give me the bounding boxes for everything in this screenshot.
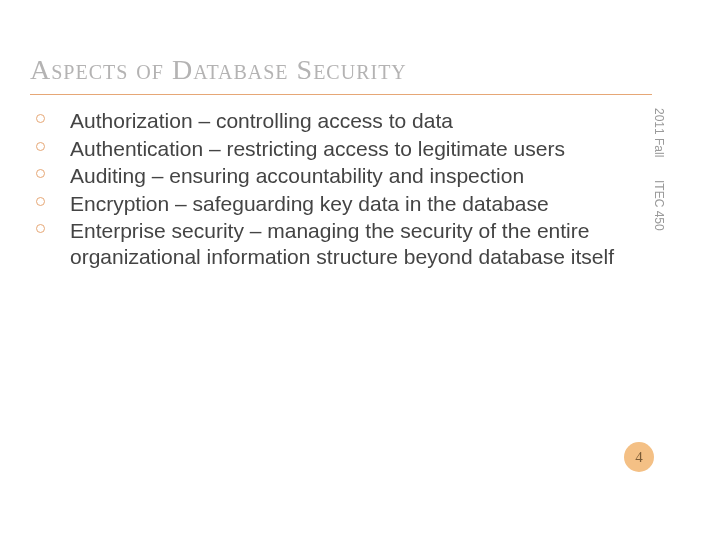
side-label: 2011 Fall ITEC 450 [652, 108, 672, 278]
list-item: Enterprise security – managing the secur… [30, 218, 652, 269]
circle-bullet-icon [36, 224, 45, 233]
circle-bullet-icon [36, 114, 45, 123]
slide: Aspects of Database Security Authorizati… [0, 0, 720, 540]
list-item: Authorization – controlling access to da… [30, 108, 652, 134]
list-item: Encryption – safeguarding key data in th… [30, 191, 652, 217]
list-item: Authentication – restricting access to l… [30, 136, 652, 162]
page-number-badge: 4 [624, 442, 654, 472]
circle-bullet-icon [36, 169, 45, 178]
circle-bullet-icon [36, 142, 45, 151]
bullet-text: Encryption – safeguarding key data in th… [70, 192, 549, 215]
bullet-text: Auditing – ensuring accountability and i… [70, 164, 524, 187]
content-area: Authorization – controlling access to da… [30, 108, 652, 272]
bullet-list: Authorization – controlling access to da… [30, 108, 652, 270]
bullet-text: Enterprise security – managing the secur… [70, 219, 614, 268]
circle-bullet-icon [36, 197, 45, 206]
list-item: Auditing – ensuring accountability and i… [30, 163, 652, 189]
title-rule [30, 94, 652, 95]
slide-title: Aspects of Database Security [30, 54, 407, 86]
page-number: 4 [624, 442, 654, 472]
bullet-text: Authentication – restricting access to l… [70, 137, 565, 160]
term-label: 2011 Fall [652, 108, 666, 157]
course-label: ITEC 450 [652, 180, 666, 231]
bullet-text: Authorization – controlling access to da… [70, 109, 453, 132]
